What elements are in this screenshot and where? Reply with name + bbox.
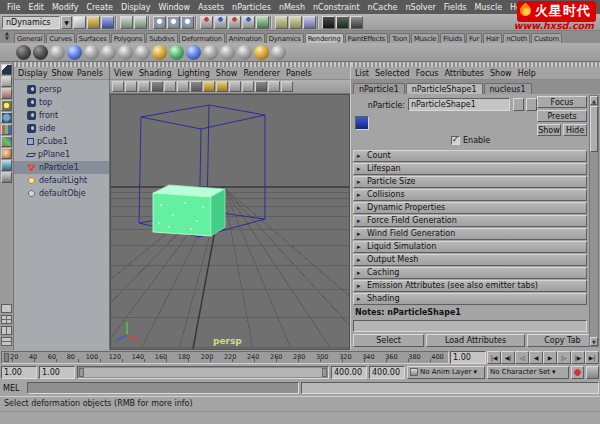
- attribute-section-header[interactable]: Lifespan: [353, 163, 587, 175]
- attribute-section-header[interactable]: Liquid Simulation: [353, 241, 587, 253]
- show-manipulator-icon[interactable]: [1, 160, 12, 171]
- render-settings-icon[interactable]: [50, 45, 65, 60]
- viewport-menu-item[interactable]: Show: [216, 69, 238, 78]
- make-live-icon[interactable]: [256, 16, 269, 29]
- group-separator[interactable]: [195, 16, 199, 29]
- attribute-section-header[interactable]: Emission Attributes (see also emitter ta…: [353, 280, 587, 292]
- shelf-switcher-button[interactable]: ▲▼: [0, 31, 14, 43]
- menu-item[interactable]: Create: [82, 3, 117, 12]
- output-connections-icon[interactable]: [289, 16, 302, 29]
- undo-icon[interactable]: [120, 16, 133, 29]
- outliner-item[interactable]: pCube1: [14, 135, 109, 148]
- auto-keyframe-button[interactable]: [571, 366, 584, 379]
- surface-shader-icon[interactable]: [220, 45, 235, 60]
- snap-to-point-icon[interactable]: [228, 16, 241, 29]
- safe-title-icon[interactable]: [281, 81, 293, 92]
- shelf-tab[interactable]: Hair: [483, 33, 502, 43]
- viewport-canvas[interactable]: persp: [111, 95, 349, 349]
- playback-start-field[interactable]: [39, 366, 75, 379]
- attribute-editor-menu-item[interactable]: List: [355, 69, 369, 78]
- hypershade-icon[interactable]: [67, 45, 82, 60]
- shelf-tab[interactable]: Polygons: [111, 33, 146, 43]
- show-button[interactable]: Show: [537, 124, 561, 136]
- textured-mode-icon[interactable]: [203, 81, 215, 92]
- menu-item[interactable]: Edit: [24, 3, 48, 12]
- scrollbar-thumb[interactable]: [590, 106, 598, 152]
- presets-button[interactable]: Presets: [537, 110, 587, 122]
- outliner-item[interactable]: side: [14, 122, 109, 135]
- viewport-menu-item[interactable]: Lighting: [177, 69, 209, 78]
- outliner-menu-item[interactable]: Show: [52, 69, 74, 78]
- current-time-field[interactable]: [450, 351, 486, 364]
- env-ball-icon[interactable]: [254, 45, 269, 60]
- render-settings-icon[interactable]: [350, 16, 363, 29]
- shelf-tab[interactable]: Toon: [389, 33, 410, 43]
- snap-to-grid-icon[interactable]: [200, 16, 213, 29]
- bookmarks-icon[interactable]: [138, 81, 150, 92]
- shelf-tab[interactable]: Fluids: [440, 33, 465, 43]
- attribute-editor-tab[interactable]: nParticle1: [353, 83, 405, 94]
- layout-single-pane-button[interactable]: [1, 304, 12, 313]
- group-separator[interactable]: [148, 16, 152, 29]
- menu-item[interactable]: nConstraint: [309, 3, 364, 12]
- attribute-editor-tab[interactable]: nucleus1: [484, 83, 532, 94]
- shelf-tab[interactable]: Fur: [466, 33, 482, 43]
- outliner-menu-item[interactable]: Panels: [77, 69, 103, 78]
- group-separator[interactable]: [270, 16, 274, 29]
- select-node-button[interactable]: [513, 98, 524, 111]
- paint-select-tool-icon[interactable]: [1, 88, 12, 99]
- viewport-menu-item[interactable]: Panels: [286, 69, 312, 78]
- layout-two-pane-side-button[interactable]: [1, 326, 12, 335]
- new-scene-icon[interactable]: [73, 16, 86, 29]
- soft-modification-icon[interactable]: [1, 148, 12, 159]
- command-line-results[interactable]: [301, 382, 599, 394]
- menu-item[interactable]: nCache: [364, 3, 402, 12]
- step-back-frame-button[interactable]: ◀|: [501, 351, 515, 364]
- shelf-tab[interactable]: Subdivs: [146, 33, 177, 43]
- outliner-item[interactable]: front: [14, 109, 109, 122]
- command-line-language-label[interactable]: MEL: [1, 384, 25, 393]
- menu-item[interactable]: Assets: [194, 3, 228, 12]
- attribute-section-header[interactable]: Particle Size: [353, 176, 587, 188]
- outliner-item[interactable]: defaultLight: [14, 174, 109, 187]
- ipr-render-icon[interactable]: [336, 16, 349, 29]
- group-separator[interactable]: [115, 16, 119, 29]
- animation-start-field[interactable]: [1, 366, 37, 379]
- node-name-field[interactable]: [408, 98, 510, 111]
- displacement-icon[interactable]: [271, 45, 286, 60]
- play-backwards-button[interactable]: ◀: [529, 351, 543, 364]
- shelf-tab[interactable]: Rendering: [305, 33, 344, 43]
- outliner-item[interactable]: top: [14, 96, 109, 109]
- shading-map-icon[interactable]: [203, 45, 218, 60]
- field-chart-icon[interactable]: [242, 81, 254, 92]
- attribute-section-header[interactable]: Output Mesh: [353, 254, 587, 266]
- menu-item[interactable]: File: [3, 3, 24, 12]
- resolution-gate-icon[interactable]: [255, 81, 267, 92]
- attribute-section-header[interactable]: Shading: [353, 293, 587, 305]
- scroll-down-icon[interactable]: [590, 337, 598, 346]
- select-tool-icon[interactable]: [1, 64, 12, 75]
- lambert-material-icon[interactable]: [84, 45, 99, 60]
- shelf-tab[interactable]: Custom: [531, 33, 562, 43]
- select-object-icon[interactable]: [167, 16, 180, 29]
- step-back-key-button[interactable]: ◁: [515, 351, 529, 364]
- current-frame-marker[interactable]: [4, 353, 9, 362]
- animation-preferences-button[interactable]: [586, 366, 599, 379]
- step-forward-frame-button[interactable]: |▶: [571, 351, 585, 364]
- shelf-tab[interactable]: Dynamics: [266, 33, 304, 43]
- attribute-editor-footer-button[interactable]: Select: [353, 334, 424, 347]
- phong-material-icon[interactable]: [118, 45, 133, 60]
- save-scene-icon[interactable]: [101, 16, 114, 29]
- redo-icon[interactable]: [134, 16, 147, 29]
- command-line-input[interactable]: [27, 382, 299, 394]
- viewport-3d-view[interactable]: persp: [110, 94, 350, 350]
- two-d-pan-zoom-icon[interactable]: [164, 81, 176, 92]
- construction-history-icon[interactable]: [303, 16, 316, 29]
- shelf-tab[interactable]: Animation: [226, 33, 265, 43]
- wireframe-mode-icon[interactable]: [177, 81, 189, 92]
- group-separator[interactable]: [317, 16, 321, 29]
- anim-layer-dropdown[interactable]: No Anim Layer: [407, 366, 485, 379]
- layout-two-pane-stacked-button[interactable]: [1, 337, 12, 346]
- attribute-editor-footer-button[interactable]: Copy Tab: [527, 334, 598, 347]
- snap-to-plane-icon[interactable]: [242, 16, 255, 29]
